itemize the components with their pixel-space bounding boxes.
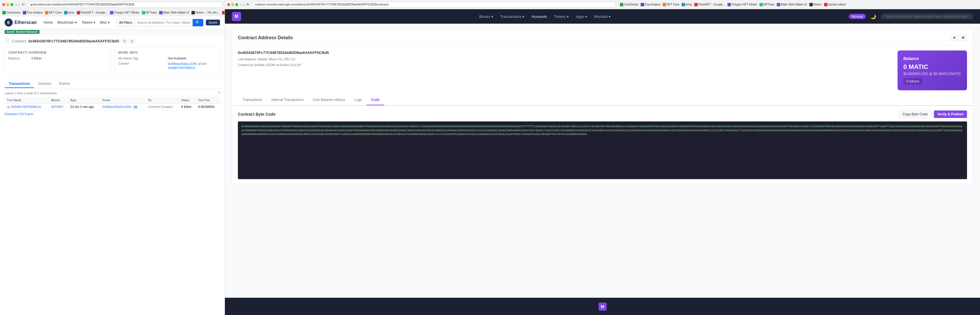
nav-misc[interactable]: Misc ▾ [100, 21, 110, 24]
bookmark-temp[interactable]: temp [64, 11, 75, 14]
more-info-box: More Info My Name Tag: Not Available Cre… [115, 47, 220, 75]
bookmark-nftcare[interactable]: NFT Care [45, 11, 62, 14]
matic-tab-logs[interactable]: Logs [350, 95, 366, 105]
col-age: Age [68, 97, 100, 103]
bookmark-coingecko[interactable]: CoinGecko [2, 11, 21, 14]
search-input[interactable] [135, 20, 192, 25]
window-controls [2, 3, 13, 6]
browser-chrome-left: ‹ › ↻ goerli.etherscan.io/address/0x4654… [0, 0, 224, 9]
nav-home[interactable]: Home [44, 21, 53, 24]
block-link[interactable]: 4474957 [51, 105, 64, 108]
etherscan-nav: Home Blockchain ▾ Tokens ▾ Misc ▾ [44, 21, 110, 24]
matic-tabs-container: Transactions Internal Transactions Coin … [232, 95, 973, 106]
reload-button[interactable]: ↻ [21, 2, 25, 6]
minimize-btn[interactable] [6, 3, 9, 6]
forward-button-right[interactable]: › [243, 2, 245, 6]
maximize-btn[interactable] [10, 3, 13, 6]
nav-tokens[interactable]: Tokens ▾ [554, 14, 569, 19]
etherscan-logo: E Etherscan [5, 19, 37, 27]
bookmark-nftrack[interactable]: NFTrack [142, 11, 157, 14]
tab-events[interactable]: Events [55, 80, 74, 88]
bm-notion-right[interactable]: Notion [809, 3, 822, 6]
balance-label: Balance [8, 57, 32, 60]
search-submit-btn[interactable]: 🔍 [192, 19, 203, 26]
cell-from: 0x09bea25a5cc229c IN [100, 103, 146, 110]
url-bar-left[interactable]: goerli.etherscan.io/address/0x46543870Fc… [27, 2, 222, 8]
bm-maticwallet-right[interactable]: Matic Web Wallet v2 [777, 3, 807, 6]
forward-button[interactable]: › [18, 2, 20, 6]
maximize-btn-right[interactable] [235, 3, 238, 6]
close-btn-right[interactable] [227, 3, 230, 6]
cell-value: 0 Ether [179, 103, 196, 110]
contract-details-actions: ⧉ ⊞ [951, 34, 967, 41]
testnet-badge: Goerli Testnet Network [5, 30, 40, 34]
creator-address-link[interactable]: 0x09bea25a5cc229c [168, 62, 197, 65]
nav-tokens[interactable]: Tokens ▾ [81, 21, 95, 24]
details-side: Balance 0 MATIC $0.000000 USD @ $0.38451… [897, 51, 967, 90]
bm-nftrack-right[interactable]: NFTrack [759, 3, 775, 6]
network-badge[interactable]: Mumbai [849, 14, 866, 19]
age-text: 22 hrs 1 min ago [70, 105, 94, 108]
bm-tutorials-right[interactable]: tutorial videos [824, 3, 846, 6]
bookmark-flashnft[interactable]: FlashNFT - Google... [77, 11, 108, 14]
matic-tab-code[interactable]: Code [366, 95, 384, 105]
matic-tab-coin-balance[interactable]: Coin Balance History [308, 95, 350, 105]
bm-flash-right[interactable]: FlashNFT - Google... [694, 3, 725, 6]
verify-publish-btn[interactable]: Verify & Publish [934, 110, 967, 118]
bookmark-tutorials[interactable]: tutorial videos [222, 11, 224, 14]
minimize-btn-right[interactable] [231, 3, 234, 6]
url-bar-right[interactable]: explorer-mumbai.maticvigil.com/address/0… [252, 2, 616, 8]
bm-polygon-right[interactable]: Polygon NFT Minter [727, 3, 757, 6]
tx-hash-link[interactable]: 0x5d8b7420783bfc2c [11, 105, 41, 108]
nav-accounts[interactable]: Accounts [531, 14, 547, 19]
bookmark-polygon[interactable]: Polygon NFT Minter [110, 11, 140, 14]
bookmark-matic[interactable]: Matic Web Wallet v2 [159, 11, 189, 14]
footer-logo-icon: M [598, 302, 607, 311]
transactions-table-wrap: Txn Hash Block Age From To Value Txn Fee… [5, 97, 220, 110]
contract-action-icons: ⧉ ⊞ [121, 38, 135, 43]
bytecode-actions: Copy Byte Code Verify & Publish [899, 110, 967, 118]
goerli-btn[interactable]: Goerli [206, 20, 220, 25]
bytecode-content: 0x608060405234801561001057600080fd5b5061… [241, 125, 963, 136]
search-filter-btn[interactable]: All Filters [117, 20, 135, 25]
bm-flux-right[interactable]: Flux-Kadera [641, 3, 660, 6]
bm-temp-right[interactable]: temp [682, 3, 692, 6]
from-address-link[interactable]: 0x09bea25a5cc229c [102, 105, 132, 108]
reload-button-right[interactable]: ↻ [246, 2, 250, 6]
copy-bytecode-btn[interactable]: Copy Byte Code [899, 110, 931, 118]
bookmark-flux[interactable]: Flux-Kadera [23, 11, 42, 14]
meta-line2: Created by 0x09be-3323fe at 0x39c1-91112… [238, 62, 893, 68]
creator-at: at txn [198, 62, 207, 66]
matic-logo: M [232, 12, 241, 21]
copy-address-btn[interactable]: ⧉ [121, 38, 127, 43]
tab-transactions[interactable]: Transactions [5, 80, 34, 88]
bm-nft-right[interactable]: NFT Care [663, 3, 679, 6]
etherscan-header: E Etherscan Home Blockchain ▾ Tokens ▾ M… [0, 16, 224, 29]
nav-transactions[interactable]: Transactions ▾ [500, 14, 525, 19]
close-btn[interactable] [2, 3, 5, 6]
matic-tab-transactions[interactable]: Transactions [238, 95, 267, 105]
matic-tab-internal[interactable]: Internal Transactions [267, 95, 308, 105]
nav-apps[interactable]: Apps ▾ [576, 14, 587, 19]
creator-tx-link[interactable]: 0x5d8b7420783bfc2c [168, 66, 196, 70]
creator-label: Creator: [118, 62, 167, 70]
nav-blockchain[interactable]: Blockchain ▾ [58, 21, 77, 24]
nav-blocks[interactable]: Blocks ▾ [479, 14, 493, 19]
contract-title-row: 📄 Contract 0x46543870Fc77C94678526b8DD9a… [5, 38, 220, 43]
copy-contract-btn[interactable]: ⧉ [951, 34, 958, 41]
qr-code-btn[interactable]: ⊞ [129, 38, 135, 43]
tx-fee: 0.00194601 [198, 105, 215, 108]
back-button[interactable]: ‹ [15, 2, 17, 6]
footer-logo: M [598, 302, 607, 311]
nav-mumbai[interactable]: Mumbai ▾ [594, 14, 611, 19]
back-button-right[interactable]: ‹ [240, 2, 242, 6]
bm-cg-right[interactable]: CoinGecko [620, 3, 638, 6]
col-block: Block [49, 97, 68, 103]
tab-contract[interactable]: Contract [34, 80, 55, 88]
qr-contract-btn[interactable]: ⊞ [959, 34, 967, 41]
dark-mode-btn[interactable]: 🌙 [870, 14, 876, 19]
csv-export-link[interactable]: Download CSV Export [5, 113, 220, 116]
bookmark-notion[interactable]: Notion – The all-i... [191, 11, 220, 14]
matic-search-input[interactable] [881, 14, 973, 19]
contract-creation-label: Contract Creation [148, 105, 173, 108]
